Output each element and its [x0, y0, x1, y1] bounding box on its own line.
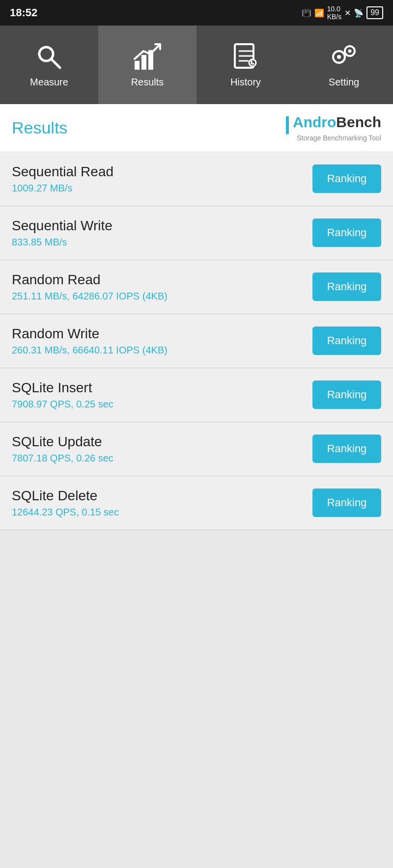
result-info: Sequential Read1009.27 MB/s: [12, 164, 113, 194]
result-value: 833.85 MB/s: [12, 237, 112, 248]
svg-rect-2: [135, 61, 140, 70]
result-info: SQLite Delete12644.23 QPS, 0.15 sec: [12, 488, 119, 518]
nav-item-setting[interactable]: Setting: [295, 26, 393, 104]
result-row: Random Write260.31 MB/s, 66640.11 IOPS (…: [0, 314, 393, 368]
result-value: 7807.18 QPS, 0.26 sec: [12, 453, 113, 464]
result-row: SQLite Insert7908.97 QPS, 0.25 secRankin…: [0, 368, 393, 422]
results-list: Sequential Read1009.27 MB/sRankingSequen…: [0, 152, 393, 530]
result-info: Sequential Write833.85 MB/s: [12, 218, 112, 248]
battery-level: 99: [366, 6, 383, 19]
nav-item-results[interactable]: Results: [98, 26, 196, 104]
ranking-button[interactable]: Ranking: [312, 326, 381, 355]
result-row: Sequential Read1009.27 MB/sRanking: [0, 152, 393, 206]
result-value: 1009.27 MB/s: [12, 183, 113, 194]
result-info: Random Write260.31 MB/s, 66640.11 IOPS (…: [12, 326, 168, 356]
nav-item-history[interactable]: History: [196, 26, 295, 104]
svg-line-1: [51, 59, 60, 68]
brand-bar-icon: [286, 116, 289, 134]
nav-label-history: History: [230, 77, 261, 88]
result-value: 251.11 MB/s, 64286.07 IOPS (4KB): [12, 291, 168, 302]
result-name: Random Read: [12, 272, 168, 288]
status-icons: 📳 📶 10.0KB/s ✕ 📡 99: [302, 5, 383, 21]
network-icon: 📶: [314, 8, 324, 18]
nav-bar: Measure Results History S: [0, 26, 393, 104]
page-title: Results: [12, 118, 67, 137]
setting-icon: [329, 42, 359, 72]
brand-bench: Bench: [336, 114, 381, 130]
vibrate-icon: 📳: [302, 8, 311, 18]
nav-item-measure[interactable]: Measure: [0, 26, 98, 104]
page-header: Results AndroBench Storage Benchmarking …: [0, 104, 393, 152]
nav-label-setting: Setting: [329, 77, 359, 88]
result-info: SQLite Insert7908.97 QPS, 0.25 sec: [12, 380, 113, 410]
ranking-button[interactable]: Ranking: [312, 272, 381, 301]
result-row: SQLite Update7807.18 QPS, 0.26 secRankin…: [0, 422, 393, 476]
brand-logo: AndroBench Storage Benchmarking Tool: [286, 114, 381, 142]
result-row: Sequential Write833.85 MB/sRanking: [0, 206, 393, 260]
wifi-icon: 📡: [354, 8, 364, 18]
result-name: SQLite Insert: [12, 380, 113, 396]
result-row: Random Read251.11 MB/s, 64286.07 IOPS (4…: [0, 260, 393, 314]
result-name: Sequential Write: [12, 218, 112, 234]
svg-point-12: [337, 55, 341, 59]
status-bar: 18:52 📳 📶 10.0KB/s ✕ 📡 99: [0, 0, 393, 26]
brand-name: AndroBench: [286, 114, 381, 134]
result-name: SQLite Update: [12, 434, 113, 450]
result-name: SQLite Delete: [12, 488, 119, 504]
nav-label-results: Results: [131, 77, 164, 88]
history-icon: [231, 42, 260, 72]
ranking-button[interactable]: Ranking: [312, 164, 381, 193]
ranking-button[interactable]: Ranking: [312, 488, 381, 517]
result-value: 260.31 MB/s, 66640.11 IOPS (4KB): [12, 345, 168, 356]
result-name: Sequential Read: [12, 164, 113, 180]
result-value: 12644.23 QPS, 0.15 sec: [12, 507, 119, 518]
ranking-button[interactable]: Ranking: [312, 380, 381, 409]
measure-icon: [34, 42, 64, 72]
results-icon: [133, 42, 162, 72]
result-row: SQLite Delete12644.23 QPS, 0.15 secRanki…: [0, 476, 393, 530]
result-info: Random Read251.11 MB/s, 64286.07 IOPS (4…: [12, 272, 168, 302]
brand-subtitle: Storage Benchmarking Tool: [297, 134, 381, 142]
nav-label-measure: Measure: [30, 77, 68, 88]
svg-point-14: [348, 49, 352, 53]
ranking-button[interactable]: Ranking: [312, 434, 381, 463]
result-info: SQLite Update7807.18 QPS, 0.26 sec: [12, 434, 113, 464]
svg-rect-3: [141, 55, 146, 70]
brand-andro: Andro: [293, 114, 336, 130]
result-name: Random Write: [12, 326, 168, 342]
x-icon: ✕: [344, 8, 351, 18]
result-value: 7908.97 QPS, 0.25 sec: [12, 399, 113, 410]
status-time: 18:52: [10, 6, 37, 19]
data-speed: 10.0KB/s: [327, 5, 342, 21]
ranking-button[interactable]: Ranking: [312, 218, 381, 247]
